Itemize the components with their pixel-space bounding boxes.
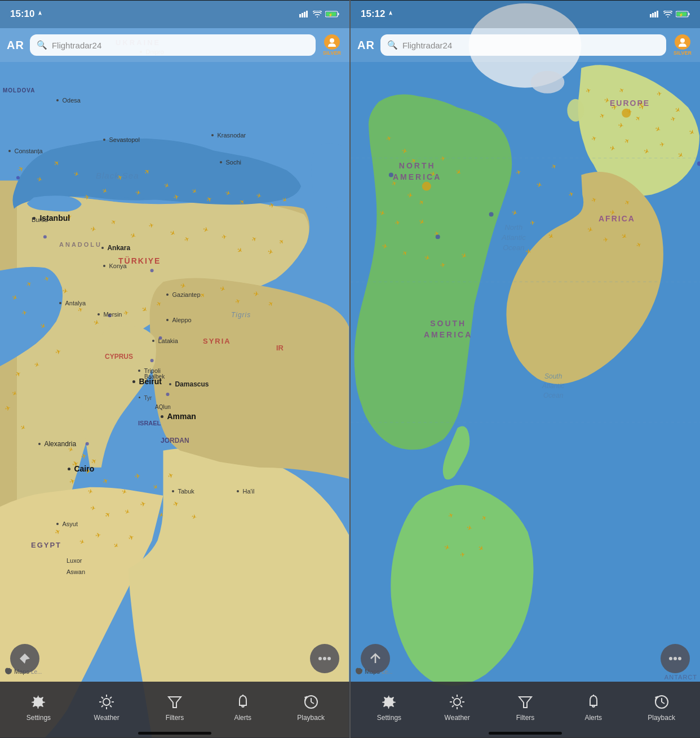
svg-point-183 xyxy=(622,109,631,118)
svg-point-201 xyxy=(454,699,460,705)
city-konya: Konya xyxy=(103,260,127,270)
filter-icon-left xyxy=(165,692,184,712)
svg-line-209 xyxy=(452,705,454,707)
city-constanta: Constanța xyxy=(8,145,43,155)
toolbar-weather-right[interactable]: Weather xyxy=(440,692,474,722)
left-phone-panel: ✈ ✈ ✈ ✈ ✈ ✈ ✈ ✈ ✈ ✈ ✈ ✈ ✈ ✈ ✈ ✈ ✈ ✈ ✈ ✈ … xyxy=(0,0,349,738)
right-phone-panel: ✈ ✈ ✈ ✈ ✈ ✈ ✈ ✈ ✈ ✈ ✈ ✈ ✈ ✈ ✈ ✈ ✈ ✈ ✈ ✈ … xyxy=(351,0,700,738)
svg-line-208 xyxy=(460,697,462,699)
city-alexandria: Alexandria xyxy=(38,438,76,448)
user-icon-right xyxy=(678,38,687,47)
city-gaziantep: Gaziantep xyxy=(166,289,201,299)
status-bar-right: 15:12 ⚡ xyxy=(351,0,700,28)
region-north-america: NORTHAMERICA xyxy=(393,161,441,183)
river-tigris: Tigris xyxy=(231,311,251,319)
user-icon-left xyxy=(327,38,336,47)
svg-text:⚡: ⚡ xyxy=(679,12,684,17)
toolbar-playback-left[interactable]: Playback xyxy=(294,692,328,722)
toolbar-filters-left[interactable]: Filters xyxy=(158,692,192,722)
avatar-button-right[interactable]: SILVER xyxy=(672,34,693,56)
alerts-label-right: Alerts xyxy=(584,714,602,722)
battery-icon-right: ⚡ xyxy=(676,11,690,17)
svg-point-96 xyxy=(330,38,334,43)
city-damascus: Damascus xyxy=(169,379,209,389)
filters-label-right: Filters xyxy=(516,714,535,722)
region-israel: ISRAEL xyxy=(138,420,161,426)
svg-point-97 xyxy=(318,657,322,660)
toolbar-filters-right[interactable]: Filters xyxy=(508,692,542,722)
alerts-label-left: Alerts xyxy=(234,714,251,722)
svg-point-118 xyxy=(567,99,584,122)
weather-label-left: Weather xyxy=(94,714,119,722)
toolbar-alerts-right[interactable]: Alerts xyxy=(577,692,610,722)
region-egypt: EGYPT xyxy=(31,541,61,549)
toolbar-settings-right[interactable]: Settings xyxy=(372,692,406,722)
gear-icon-left xyxy=(29,692,48,712)
region-anadolu: ANADOLU xyxy=(59,241,102,248)
sun-icon-right xyxy=(448,692,467,712)
search-wrapper-right[interactable]: 🔍 Flightradar24 xyxy=(380,34,666,56)
svg-rect-93 xyxy=(338,13,339,15)
wifi-icon xyxy=(313,11,322,17)
city-tabuk: Tabuk xyxy=(172,486,194,496)
svg-text:⚡: ⚡ xyxy=(328,12,333,17)
toolbar-right: Settings Weather xyxy=(351,682,700,738)
more-dots-icon-left xyxy=(318,656,331,661)
city-luxor: Luxor xyxy=(67,555,82,565)
region-moldova: MOLDOVA xyxy=(3,87,35,94)
search-text-left: Flightradar24 xyxy=(52,41,309,50)
signal-icon xyxy=(299,11,309,17)
more-button-right[interactable] xyxy=(661,644,690,673)
location-button-left[interactable] xyxy=(10,644,39,673)
city-aleppo: Aleppo xyxy=(166,314,192,324)
svg-line-213 xyxy=(662,702,664,704)
location-arrow-status-right xyxy=(388,11,393,17)
city-sochi: Sochi xyxy=(220,157,241,167)
city-latakia: Latakia xyxy=(152,335,178,345)
bell-icon-left xyxy=(233,692,252,712)
ocean-north-atlantic: NorthAtlanticOcean xyxy=(502,223,526,254)
svg-line-206 xyxy=(452,697,454,699)
region-antarctica: ANTARCT xyxy=(664,674,697,681)
avatar-button-left[interactable]: SILVER xyxy=(321,34,343,56)
svg-point-184 xyxy=(436,234,440,239)
status-time-right: 15:12 xyxy=(361,8,393,20)
toolbar-settings-left[interactable]: Settings xyxy=(21,692,55,722)
region-syria: SYRIA xyxy=(203,337,231,345)
svg-point-197 xyxy=(669,657,672,660)
arrow-icon-right xyxy=(369,652,382,665)
svg-rect-188 xyxy=(650,14,652,17)
more-button-left[interactable] xyxy=(310,644,339,673)
svg-rect-91 xyxy=(306,11,308,17)
ar-button-left[interactable]: AR xyxy=(7,39,24,52)
city-hail: Ha'il xyxy=(237,486,255,496)
region-africa: AFRICA xyxy=(599,214,635,223)
svg-point-196 xyxy=(680,38,685,43)
svg-point-117 xyxy=(530,71,564,94)
settings-label-right: Settings xyxy=(377,714,401,722)
svg-line-107 xyxy=(110,705,112,707)
apple-logo-right xyxy=(355,668,363,675)
apple-logo-left xyxy=(5,668,12,675)
svg-line-113 xyxy=(311,702,314,704)
search-bar-right: AR 🔍 Flightradar24 SILVER xyxy=(351,28,700,62)
avatar-label-right: SILVER xyxy=(674,50,692,56)
svg-point-84 xyxy=(16,176,20,180)
filter-icon-right xyxy=(516,692,535,712)
status-icons-right: ⚡ xyxy=(650,11,690,17)
location-button-right[interactable] xyxy=(361,644,390,673)
search-icon-left: 🔍 xyxy=(37,40,47,50)
svg-rect-190 xyxy=(654,12,656,17)
more-dots-icon-right xyxy=(669,656,681,661)
toolbar-weather-left[interactable]: Weather xyxy=(90,692,123,722)
city-sevastopol: Sevastopol xyxy=(103,134,140,144)
filters-label-left: Filters xyxy=(166,714,184,722)
signal-icon-right xyxy=(650,11,660,17)
toolbar-alerts-left[interactable]: Alerts xyxy=(226,692,260,722)
ar-button-right[interactable]: AR xyxy=(357,39,375,52)
city-cairo: Cairo xyxy=(68,464,94,474)
search-bar-left: AR 🔍 Flightradar24 SILVER xyxy=(0,28,349,62)
toolbar-playback-right[interactable]: Playback xyxy=(645,692,679,722)
ocean-black-sea: Black Sea xyxy=(96,171,139,180)
search-wrapper-left[interactable]: 🔍 Flightradar24 xyxy=(30,34,316,56)
